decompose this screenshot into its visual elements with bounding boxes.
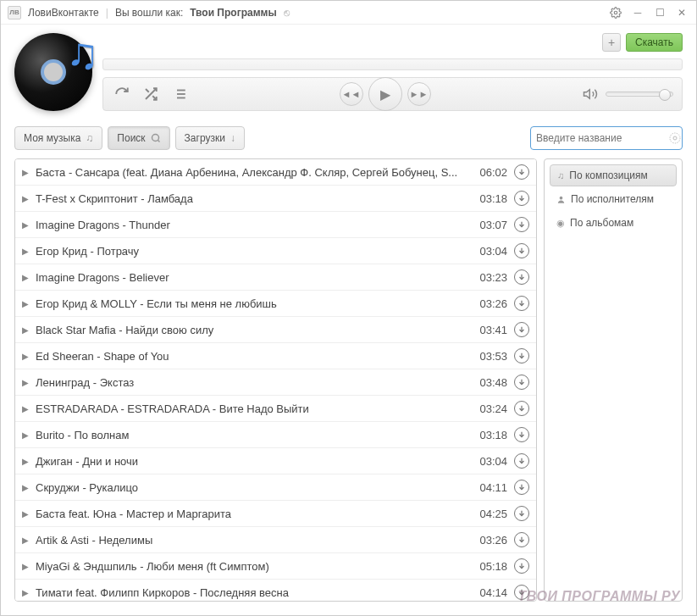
play-button[interactable]: ▶: [368, 77, 402, 111]
track-download-button[interactable]: [514, 532, 529, 547]
prev-button[interactable]: ◄◄: [340, 82, 363, 106]
track-download-button[interactable]: [514, 296, 529, 311]
separator: |: [106, 7, 108, 19]
play-icon: ▶: [22, 536, 29, 545]
track-title: Burito - По волнам: [36, 429, 473, 441]
minimize-button[interactable]: ─: [630, 5, 645, 20]
svg-point-13: [670, 133, 680, 143]
volume-slider[interactable]: [606, 92, 673, 97]
volume-icon[interactable]: [580, 84, 600, 104]
tab-search[interactable]: Поиск: [108, 126, 169, 150]
track-title: Баста - Сансара (feat. Диана Арбенина, А…: [36, 166, 473, 179]
playlist-button[interactable]: [169, 84, 190, 104]
filter-by-tracks[interactable]: ♫ По композициям: [550, 164, 677, 186]
track-duration: 03:26: [479, 534, 507, 547]
track-download-button[interactable]: [514, 217, 529, 232]
track-row[interactable]: ▶Егор Крид & MOLLY - Если ты меня не люб…: [15, 291, 536, 317]
track-row[interactable]: ▶MiyaGi & Эндшпиль - Люби меня (ft Симпт…: [15, 553, 536, 580]
track-download-button[interactable]: [514, 585, 529, 600]
track-title: Егор Крид & MOLLY - Если ты меня не люби…: [36, 297, 473, 310]
search-settings-icon[interactable]: [668, 131, 682, 145]
track-title: MiyaGi & Эндшпиль - Люби меня (ft Симпто…: [36, 560, 473, 573]
tab-downloads[interactable]: Загрузки ↓: [175, 126, 245, 150]
track-download-button[interactable]: [514, 427, 529, 442]
next-button[interactable]: ►►: [407, 82, 431, 106]
track-row[interactable]: ▶Баста feat. Юна - Мастер и Маргарита04:…: [15, 501, 536, 527]
track-download-button[interactable]: [514, 348, 529, 363]
play-icon: ▶: [22, 273, 29, 282]
track-row[interactable]: ▶T-Fest x Скриптонит - Ламбада03:18: [15, 186, 536, 212]
maximize-button[interactable]: ☐: [652, 5, 667, 20]
settings-icon[interactable]: [608, 5, 623, 20]
track-row[interactable]: ▶Баста - Сансара (feat. Диана Арбенина, …: [15, 159, 536, 186]
plus-icon: +: [608, 36, 615, 49]
track-download-button[interactable]: [514, 453, 529, 469]
track-duration: 03:41: [479, 324, 507, 336]
track-duration: 03:07: [479, 219, 507, 231]
track-duration: 03:24: [479, 402, 507, 415]
download-button[interactable]: Скачать: [626, 33, 683, 52]
track-row[interactable]: ▶Artik & Asti - Неделимы03:26: [15, 527, 536, 553]
track-duration: 05:18: [479, 560, 507, 573]
track-row[interactable]: ▶Imagine Dragons - Thunder03:07: [15, 212, 536, 238]
track-row[interactable]: ▶Скруджи - Рукалицо04:11: [15, 474, 536, 501]
svg-line-12: [158, 140, 159, 142]
track-download-button[interactable]: [514, 243, 529, 258]
svg-point-14: [673, 136, 677, 140]
track-title: Imagine Dragons - Believer: [36, 271, 473, 284]
play-icon: ▶: [22, 483, 29, 492]
search-input[interactable]: [536, 132, 663, 144]
svg-point-11: [152, 135, 158, 142]
close-button[interactable]: ✕: [674, 5, 689, 20]
add-button[interactable]: +: [602, 33, 621, 52]
search-icon: [151, 133, 161, 143]
track-row[interactable]: ▶Егор Крид - Потрачу03:04: [15, 238, 536, 264]
play-icon: ▶: [22, 509, 29, 519]
track-duration: 03:53: [479, 350, 507, 363]
track-download-button[interactable]: [514, 401, 529, 416]
track-row[interactable]: ▶ESTRADARADA - ESTRADARADA - Вите Надо В…: [15, 396, 536, 422]
track-row[interactable]: ▶Тимати feat. Филипп Киркоров - Последня…: [15, 580, 536, 602]
track-download-button[interactable]: [514, 191, 529, 206]
app-icon: ЛВ: [8, 6, 21, 19]
tracklist[interactable]: ▶Баста - Сансара (feat. Диана Арбенина, …: [14, 158, 537, 602]
shuffle-button[interactable]: [141, 84, 161, 104]
progress-bar[interactable]: [102, 58, 683, 70]
track-title: Тимати feat. Филипп Киркоров - Последняя…: [36, 586, 473, 599]
svg-marker-10: [584, 90, 590, 99]
music-notes-icon: ♫: [66, 28, 99, 79]
track-row[interactable]: ▶Ленинград - Экстаз03:48: [15, 369, 536, 396]
track-download-button[interactable]: [514, 375, 529, 390]
filter-by-artists[interactable]: По исполнителям: [550, 188, 677, 210]
header: ♫ + Скачать: [1, 25, 696, 119]
repeat-button[interactable]: [112, 84, 132, 104]
person-icon: [556, 195, 566, 204]
track-title: Егор Крид - Потрачу: [36, 245, 473, 258]
track-row[interactable]: ▶Джиган - Дни и ночи03:04: [15, 448, 536, 474]
play-icon: ▶: [22, 220, 29, 230]
app-name: ЛовиВконтакте: [28, 7, 99, 19]
track-title: Imagine Dragons - Thunder: [36, 219, 473, 231]
play-icon: ▶: [22, 325, 29, 335]
track-download-button[interactable]: [514, 269, 529, 285]
track-download-button[interactable]: [514, 558, 529, 574]
app-logo: ♫: [14, 33, 92, 111]
search-box[interactable]: [530, 126, 683, 150]
tab-downloads-label: Загрузки: [185, 132, 225, 144]
track-download-button[interactable]: [514, 322, 529, 337]
track-row[interactable]: ▶Imagine Dragons - Believer03:23: [15, 264, 536, 291]
play-icon: ▶: [22, 352, 29, 361]
main-area: ▶Баста - Сансара (feat. Диана Арбенина, …: [1, 150, 696, 615]
track-download-button[interactable]: [514, 506, 529, 521]
logout-icon[interactable]: ⎋: [284, 7, 290, 19]
filter-by-albums[interactable]: ◉ По альбомам: [550, 212, 677, 234]
track-duration: 04:14: [479, 586, 507, 599]
track-row[interactable]: ▶Burito - По волнам03:18: [15, 422, 536, 448]
track-download-button[interactable]: [514, 164, 529, 180]
tabs-row: Моя музыка ♫ Поиск Загрузки ↓: [1, 119, 696, 150]
track-download-button[interactable]: [514, 480, 529, 495]
play-icon: ▶: [22, 404, 29, 413]
track-row[interactable]: ▶Ed Sheeran - Shape of You03:53: [15, 343, 536, 369]
track-row[interactable]: ▶Black Star Mafia - Найди свою силу03:41: [15, 317, 536, 343]
tab-my-music[interactable]: Моя музыка ♫: [14, 126, 102, 150]
